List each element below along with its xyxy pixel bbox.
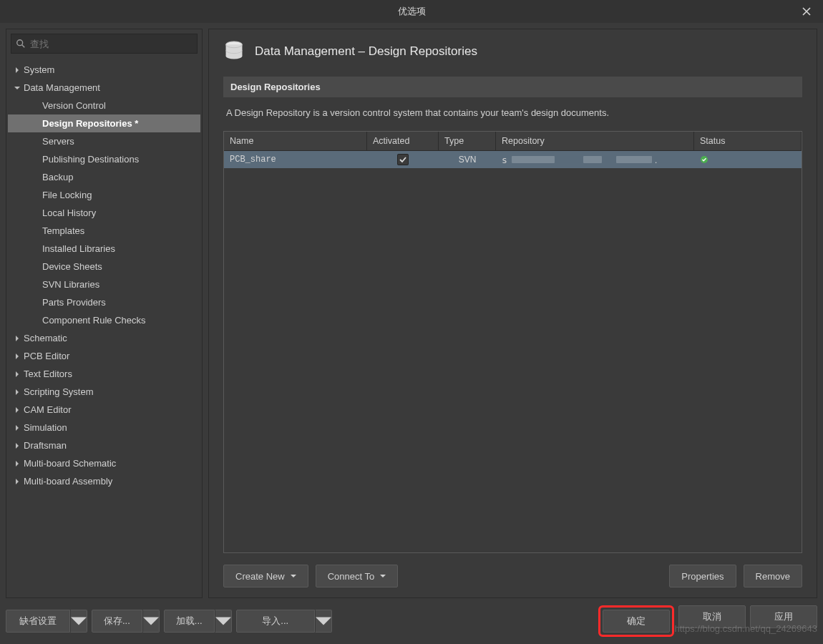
tree-item-parts-providers[interactable]: Parts Providers xyxy=(8,293,200,311)
tree-item-label: Data Management xyxy=(22,82,100,93)
table-header: Name Activated Type Repository Status xyxy=(224,132,802,151)
main-panel: Data Management – Design Repositories De… xyxy=(208,29,817,598)
tree-item-device-sheets[interactable]: Device Sheets xyxy=(8,258,200,275)
remove-button[interactable]: Remove xyxy=(744,565,802,587)
tree-item-installed-libraries[interactable]: Installed Libraries xyxy=(8,240,200,258)
save-dropdown[interactable] xyxy=(142,610,160,633)
caret-down-icon xyxy=(380,573,386,579)
save-split-button[interactable]: 保存... xyxy=(92,610,160,633)
properties-button[interactable]: Properties xyxy=(669,565,736,587)
col-type[interactable]: Type xyxy=(439,132,496,150)
tree-item-label: Publishing Destinations xyxy=(39,154,139,165)
defaults-dropdown[interactable] xyxy=(70,610,87,633)
col-status[interactable]: Status xyxy=(694,132,802,150)
search-input[interactable] xyxy=(30,39,193,49)
tree-item-schematic[interactable]: Schematic xyxy=(8,329,200,347)
tree-item-multi-board-assembly[interactable]: Multi-board Assembly xyxy=(8,472,200,490)
tree-item-label: SVN Libraries xyxy=(39,279,99,290)
table-row[interactable]: PCB_shareSVNs. xyxy=(224,151,802,168)
tree-item-label: Local History xyxy=(39,208,96,218)
section-description: A Design Repository is a version control… xyxy=(226,107,799,118)
chevron-right-icon xyxy=(12,389,22,395)
tree-item-text-editors[interactable]: Text Editors xyxy=(8,365,200,383)
cell-activated[interactable] xyxy=(367,151,439,168)
tree-item-label: Parts Providers xyxy=(39,297,106,308)
chevron-right-icon xyxy=(12,479,22,484)
tree-item-label: Device Sheets xyxy=(39,261,102,272)
check-icon xyxy=(399,156,406,163)
cell-repository: s. xyxy=(496,151,694,168)
import-dropdown[interactable] xyxy=(315,610,332,633)
tree-item-simulation[interactable]: Simulation xyxy=(8,419,200,436)
chevron-right-icon xyxy=(12,67,22,73)
nav-tree: SystemData ManagementVersion ControlDesi… xyxy=(6,58,202,597)
chevron-right-icon xyxy=(12,371,22,377)
chevron-right-icon xyxy=(12,353,22,359)
tree-item-label: CAM Editor xyxy=(22,404,71,415)
tree-item-pcb-editor[interactable]: PCB Editor xyxy=(8,347,200,365)
tree-item-label: Servers xyxy=(39,136,74,147)
defaults-button[interactable]: 缺省设置 xyxy=(6,610,70,633)
caret-down-icon xyxy=(316,613,331,629)
col-repository[interactable]: Repository xyxy=(496,132,694,150)
tree-item-label: Multi-board Schematic xyxy=(22,458,116,469)
caret-down-icon xyxy=(215,613,231,629)
close-icon xyxy=(802,7,811,16)
chevron-right-icon xyxy=(12,336,22,341)
connect-to-button[interactable]: Connect To xyxy=(316,565,399,587)
tree-item-draftsman[interactable]: Draftsman xyxy=(8,436,200,454)
ok-button[interactable]: 确定 xyxy=(603,610,670,633)
tree-item-backup[interactable]: Backup xyxy=(8,168,200,186)
tree-item-version-control[interactable]: Version Control xyxy=(8,97,200,114)
tree-item-component-rule-checks[interactable]: Component Rule Checks xyxy=(8,311,200,329)
cancel-button[interactable]: 取消 xyxy=(678,605,746,628)
tree-item-scripting-system[interactable]: Scripting System xyxy=(8,383,200,401)
tree-item-label: Draftsman xyxy=(22,440,67,451)
tree-item-label: Backup xyxy=(39,172,73,182)
tree-item-svn-libraries[interactable]: SVN Libraries xyxy=(8,275,200,293)
defaults-split-button[interactable]: 缺省设置 xyxy=(6,610,87,633)
repositories-table: Name Activated Type Repository Status PC… xyxy=(223,131,802,553)
tree-item-label: Scripting System xyxy=(22,386,94,397)
chevron-right-icon xyxy=(12,461,22,467)
page-title: Data Management – Design Repositories xyxy=(255,44,477,59)
titlebar: 优选项 xyxy=(0,0,823,23)
chevron-down-icon xyxy=(12,85,22,91)
tree-item-cam-editor[interactable]: CAM Editor xyxy=(8,401,200,419)
tree-item-publishing-destinations[interactable]: Publishing Destinations xyxy=(8,150,200,168)
load-dropdown[interactable] xyxy=(215,610,232,633)
tree-item-local-history[interactable]: Local History xyxy=(8,204,200,222)
load-button[interactable]: 加载... xyxy=(164,610,215,633)
col-name[interactable]: Name xyxy=(224,132,367,150)
chevron-right-icon xyxy=(12,407,22,413)
cell-name: PCB_share xyxy=(224,151,367,168)
tree-item-label: Templates xyxy=(39,225,84,236)
chevron-right-icon xyxy=(12,443,22,449)
search-bar[interactable] xyxy=(11,34,198,54)
load-split-button[interactable]: 加载... xyxy=(164,610,232,633)
apply-button[interactable]: 应用 xyxy=(750,605,817,628)
search-icon xyxy=(16,39,26,49)
svg-point-0 xyxy=(17,40,23,46)
tree-item-label: Version Control xyxy=(39,100,106,111)
tree-item-file-locking[interactable]: File Locking xyxy=(8,186,200,204)
tree-item-data-management[interactable]: Data Management xyxy=(8,79,200,97)
tree-item-servers[interactable]: Servers xyxy=(8,132,200,150)
tree-item-label: Simulation xyxy=(22,422,67,433)
import-split-button[interactable]: 导入... xyxy=(236,610,332,633)
close-button[interactable] xyxy=(790,0,823,23)
import-button[interactable]: 导入... xyxy=(236,610,315,633)
ok-highlight: 确定 xyxy=(598,605,674,637)
cell-type: SVN xyxy=(439,151,496,168)
tree-item-system[interactable]: System xyxy=(8,61,200,79)
create-new-label: Create New xyxy=(235,571,285,582)
tree-item-templates[interactable]: Templates xyxy=(8,222,200,240)
tree-item-multi-board-schematic[interactable]: Multi-board Schematic xyxy=(8,454,200,472)
database-icon xyxy=(223,41,245,62)
create-new-button[interactable]: Create New xyxy=(223,565,308,587)
checkbox[interactable] xyxy=(397,154,409,165)
save-button[interactable]: 保存... xyxy=(92,610,142,633)
col-activated[interactable]: Activated xyxy=(367,132,439,150)
tree-item-label: Component Rule Checks xyxy=(39,315,146,326)
tree-item-design-repositories[interactable]: Design Repositories * xyxy=(8,114,200,132)
